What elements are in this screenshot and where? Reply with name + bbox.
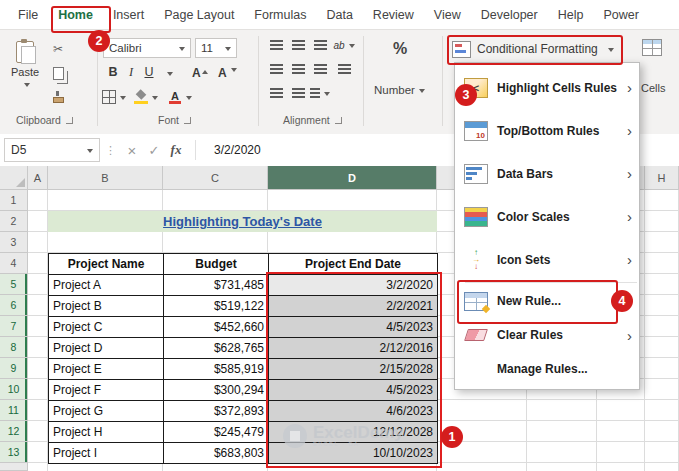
cell-D6[interactable]: 2/2/2021 [269,296,438,317]
align-bottom-button[interactable] [310,36,330,54]
row-header-2[interactable]: 2 [0,211,28,232]
cell-D13[interactable]: 10/10/2023 [269,443,438,464]
column-header-H[interactable]: H [645,166,679,190]
format-painter-button[interactable] [46,86,70,108]
name-box[interactable]: D5 [4,138,100,162]
tab-power[interactable]: Power [593,0,648,30]
cell-B11[interactable]: Project G [49,401,164,422]
copy-button[interactable] [46,62,70,84]
row-header-14[interactable] [0,463,28,471]
cell-D5[interactable]: 3/2/2020 [269,275,438,296]
cell-B9[interactable]: Project E [49,359,164,380]
align-middle-button[interactable] [288,36,308,54]
menu-item-icon-sets[interactable]: Icon Sets [455,238,639,281]
cell-B7[interactable]: Project C [49,317,164,338]
row-header-8[interactable]: 8 [0,337,28,358]
paste-button[interactable]: Paste [8,35,42,111]
cell-C7[interactable]: $452,660 [164,317,269,338]
cell-C6[interactable]: $519,122 [164,296,269,317]
row-header-13[interactable]: 13 [0,442,28,463]
tab-file[interactable]: File [8,0,48,30]
row-header-12[interactable]: 12 [0,421,28,442]
row-header-7[interactable]: 7 [0,316,28,337]
cut-button[interactable]: ✂ [46,38,70,60]
tab-page-layout[interactable]: Page Layout [154,0,244,30]
orientation-button[interactable]: ab [334,36,354,54]
cell-D10[interactable]: 4/5/2023 [269,380,438,401]
grow-font-button[interactable]: A [192,66,208,80]
cancel-icon[interactable] [121,142,143,159]
row-header-10[interactable]: 10 [0,379,28,400]
cell-C4[interactable]: Budget [164,254,269,275]
cell-C11[interactable]: $372,893 [164,401,269,422]
font-size-select[interactable]: 11 [195,38,237,58]
fill-color-button[interactable] [134,86,158,108]
align-top-button[interactable] [266,36,286,54]
cell-D8[interactable]: 2/12/2016 [269,338,438,359]
cell-B4[interactable]: Project Name [49,254,164,275]
row-header-9[interactable]: 9 [0,358,28,379]
cells-button[interactable] [640,36,664,58]
wrap-text-button[interactable] [334,60,354,78]
cell-D12[interactable]: 12/12/2028 [269,422,438,443]
row-header-5[interactable]: 5 [0,274,28,295]
cell-D9[interactable]: 2/15/2028 [269,359,438,380]
menu-item-top-bottom-rules[interactable]: 10 Top/Bottom Rules [455,109,639,152]
cell-B6[interactable]: Project B [49,296,164,317]
increase-indent-button[interactable] [288,84,308,102]
cell-C10[interactable]: $300,294 [164,380,269,401]
row-header-11[interactable]: 11 [0,400,28,421]
column-header-B[interactable]: B [48,166,163,190]
row-header-1[interactable]: 1 [0,190,28,211]
select-all-button[interactable] [0,166,28,190]
cell-C12[interactable]: $245,479 [164,422,269,443]
row-header-6[interactable]: 6 [0,295,28,316]
column-header-C[interactable]: C [163,166,268,190]
dialog-launcher-icon[interactable] [335,117,342,124]
conditional-formatting-button[interactable]: Conditional Formatting [452,38,614,60]
cell-B10[interactable]: Project F [49,380,164,401]
cell-C9[interactable]: $585,919 [164,359,269,380]
row-header-4[interactable]: 4 [0,253,28,274]
font-name-select[interactable]: Calibri [103,38,191,58]
cell-D7[interactable]: 4/5/2023 [269,317,438,338]
cell-D4[interactable]: Project End Date [269,254,438,275]
merge-center-button[interactable] [310,84,330,102]
align-right-button[interactable] [310,60,330,78]
cell-B12[interactable]: Project H [49,422,164,443]
borders-button[interactable] [102,86,126,108]
column-header-A[interactable]: A [28,166,48,190]
tab-data[interactable]: Data [316,0,362,30]
percent-style-button[interactable]: % [393,40,407,58]
menu-item-data-bars[interactable]: Data Bars [455,152,639,195]
column-header-D[interactable]: D [268,166,437,190]
menu-item-highlight-cells-rules[interactable]: < Highlight Cells Rules [455,66,639,109]
cell-C8[interactable]: $628,765 [164,338,269,359]
menu-item-clear-rules[interactable]: Clear Rules [455,318,639,352]
cell-C13[interactable]: $683,803 [164,443,269,464]
tab-home[interactable]: Home [48,0,103,30]
dialog-launcher-icon[interactable] [66,117,73,124]
cell-B5[interactable]: Project A [49,275,164,296]
tab-help[interactable]: Help [548,0,594,30]
number-format-select[interactable]: Number [374,84,425,96]
cell-B13[interactable]: Project I [49,443,164,464]
shrink-font-button[interactable]: A [218,66,237,80]
align-left-button[interactable] [266,60,286,78]
formula-bar-input[interactable]: 3/2/2020 [214,143,261,157]
decrease-indent-button[interactable] [266,84,286,102]
dialog-launcher-icon[interactable] [184,117,191,124]
enter-icon[interactable] [143,143,165,158]
italic-button[interactable]: I [122,62,140,82]
row-header-3[interactable]: 3 [0,232,28,253]
cell-C5[interactable]: $731,485 [164,275,269,296]
tab-formulas[interactable]: Formulas [244,0,316,30]
insert-function-icon[interactable]: fx [165,142,187,158]
font-color-button[interactable]: A [168,86,192,108]
menu-item-new-rule[interactable]: New Rule... [455,284,639,318]
tab-developer[interactable]: Developer [471,0,548,30]
bold-button[interactable]: B [104,62,122,82]
tab-view[interactable]: View [424,0,471,30]
tab-insert[interactable]: Insert [103,0,154,30]
cell-D11[interactable]: 4/6/2023 [269,401,438,422]
